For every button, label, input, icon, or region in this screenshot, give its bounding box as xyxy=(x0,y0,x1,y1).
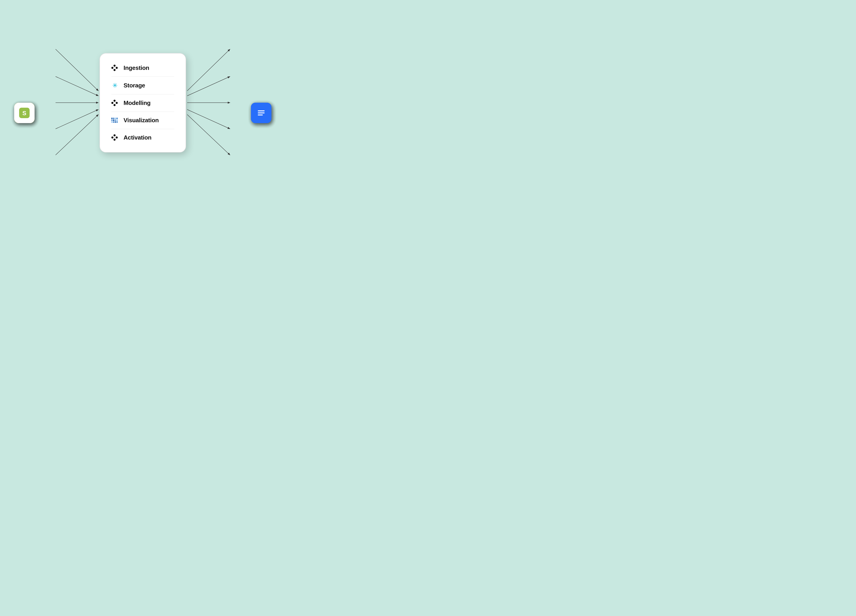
card-row-modelling: Modelling xyxy=(111,94,174,112)
card-row-ingestion: Ingestion xyxy=(111,63,174,77)
modelling-icon xyxy=(111,100,119,106)
visualization-icon xyxy=(111,118,119,123)
svg-line-5 xyxy=(55,115,99,155)
intercom-icon xyxy=(255,106,268,120)
scene: $ Z xyxy=(17,9,268,196)
svg-line-7 xyxy=(187,77,230,96)
svg-line-6 xyxy=(187,49,230,91)
left-app-shopify: S xyxy=(14,103,35,123)
storage-icon: ✳ xyxy=(111,82,119,89)
svg-rect-35 xyxy=(258,115,263,115)
center-pipeline-card: Ingestion ✳ Storage Modelling xyxy=(100,53,186,152)
activation-icon xyxy=(111,134,119,141)
right-app-intercom xyxy=(251,103,271,123)
modelling-label: Modelling xyxy=(124,100,151,106)
card-row-visualization: Visualization xyxy=(111,112,174,129)
svg-line-9 xyxy=(187,109,230,129)
card-row-storage: ✳ Storage xyxy=(111,77,174,94)
shopify-icon: S xyxy=(18,106,31,120)
svg-line-10 xyxy=(187,115,230,155)
activation-label: Activation xyxy=(124,134,152,141)
svg-line-1 xyxy=(55,49,99,91)
svg-rect-34 xyxy=(258,112,265,114)
storage-label: Storage xyxy=(124,82,145,89)
ingestion-label: Ingestion xyxy=(124,65,149,71)
ingestion-icon xyxy=(111,65,119,71)
visualization-label: Visualization xyxy=(124,117,159,124)
svg-text:S: S xyxy=(22,110,26,117)
svg-rect-33 xyxy=(258,111,265,111)
svg-line-4 xyxy=(55,109,99,129)
svg-line-2 xyxy=(55,77,99,96)
card-row-activation: Activation xyxy=(111,129,174,143)
